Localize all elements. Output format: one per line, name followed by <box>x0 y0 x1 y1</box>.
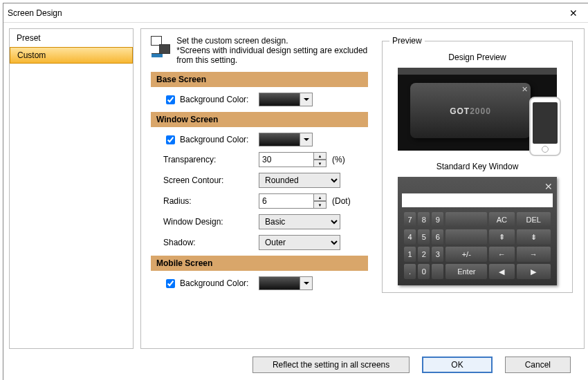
intro-row: Set the custom screen design. *Screens w… <box>151 36 368 65</box>
preview-window: ✕ GOT2000 <box>410 83 531 138</box>
titlebar: Screen Design ✕ <box>3 3 588 23</box>
settings-column: Set the custom screen design. *Screens w… <box>151 36 368 341</box>
window-bgcolor-picker[interactable] <box>259 133 313 146</box>
base-bgcolor-label[interactable]: Background Color: <box>163 93 253 106</box>
shadow-row: Shadow: Outer <box>163 235 368 250</box>
ok-button[interactable]: OK <box>422 357 492 373</box>
spin-down-icon[interactable]: ▼ <box>314 160 327 167</box>
intro-text: Set the custom screen design. *Screens w… <box>176 36 368 65</box>
base-bgcolor-picker[interactable] <box>259 93 313 106</box>
window-design-row: Window Design: Basic <box>163 214 368 229</box>
mobile-bgcolor-picker[interactable] <box>259 276 313 290</box>
chevron-down-icon[interactable] <box>300 93 313 106</box>
contour-row: Screen Contour: Rounded <box>163 173 368 188</box>
preview-column: Preview Design Preview ✕ GOT2000 Standar… <box>380 36 574 341</box>
design-icon <box>151 36 169 58</box>
base-bgcolor-checkbox[interactable] <box>166 95 175 104</box>
window-title: Screen Design <box>8 8 561 18</box>
reflect-button[interactable]: Reflect the setting in all screens <box>252 357 410 373</box>
spin-up-icon[interactable]: ▲ <box>314 152 327 160</box>
chevron-down-icon[interactable] <box>300 276 313 290</box>
window-design-select[interactable]: Basic <box>259 214 340 229</box>
preview-group: Preview Design Preview ✕ GOT2000 Standar… <box>382 36 573 293</box>
phone-icon <box>529 97 561 156</box>
mobile-bgcolor-checkbox[interactable] <box>166 279 175 288</box>
transparency-row: Transparency: ▲▼ (%) <box>163 152 368 167</box>
keypad-preview: ✕ 789ACDEL 456⇞⇟ 123+/-←→ .0Enter◀▶ <box>398 177 557 285</box>
transparency-input[interactable] <box>259 152 314 167</box>
main-panel: Set the custom screen design. *Screens w… <box>140 28 585 349</box>
window-bgcolor-label[interactable]: Background Color: <box>163 133 253 146</box>
close-icon[interactable]: ✕ <box>561 8 586 19</box>
mobile-screen-header: Mobile Screen <box>151 256 368 271</box>
radius-label: Radius: <box>163 196 253 206</box>
contour-label: Screen Contour: <box>163 175 253 185</box>
mobile-bgcolor-row: Background Color: <box>163 276 368 290</box>
spin-down-icon[interactable]: ▼ <box>314 201 327 209</box>
shadow-label: Shadow: <box>163 238 253 247</box>
keypad-display <box>402 193 553 207</box>
preset-sidebar: Preset Custom <box>9 28 134 349</box>
sidebar-item-custom[interactable]: Custom <box>10 47 133 64</box>
spin-up-icon[interactable]: ▲ <box>314 193 327 201</box>
window-bgcolor-row: Background Color: <box>163 133 368 146</box>
design-preview: ✕ GOT2000 <box>398 68 557 151</box>
color-swatch <box>259 133 300 146</box>
button-bar: Reflect the setting in all screens OK Ca… <box>3 354 588 380</box>
radius-unit: (Dot) <box>332 196 351 206</box>
cancel-button[interactable]: Cancel <box>505 357 571 373</box>
chevron-down-icon[interactable] <box>300 133 313 146</box>
window-screen-header: Window Screen <box>151 112 368 127</box>
close-icon: ✕ <box>522 85 528 94</box>
design-preview-title: Design Preview <box>389 53 565 62</box>
base-bgcolor-row: Background Color: <box>163 93 368 106</box>
screen-design-dialog: Screen Design ✕ Preset Custom Set the cu… <box>3 3 588 380</box>
color-swatch <box>259 276 300 290</box>
contour-select[interactable]: Rounded <box>259 173 340 188</box>
radius-input[interactable] <box>259 193 314 209</box>
window-design-label: Window Design: <box>163 217 253 227</box>
dialog-body: Preset Custom Set the custom screen desi… <box>3 23 588 354</box>
radius-spinner[interactable]: ▲▼ <box>259 193 327 209</box>
window-bgcolor-checkbox[interactable] <box>166 135 175 144</box>
preview-logo: GOT2000 <box>450 105 491 116</box>
color-swatch <box>259 93 300 106</box>
transparency-unit: (%) <box>332 155 345 164</box>
keypad-keys: 789ACDEL 456⇞⇟ 123+/-←→ .0Enter◀▶ <box>402 210 553 281</box>
keywindow-title: Standard Key Window <box>389 162 565 171</box>
base-screen-header: Base Screen <box>151 72 368 87</box>
transparency-label: Transparency: <box>163 155 253 164</box>
preview-legend: Preview <box>389 36 425 46</box>
transparency-spinner[interactable]: ▲▼ <box>259 152 327 167</box>
radius-row: Radius: ▲▼ (Dot) <box>163 193 368 209</box>
mobile-bgcolor-label[interactable]: Background Color: <box>163 277 253 290</box>
sidebar-header: Preset <box>10 29 133 47</box>
shadow-select[interactable]: Outer <box>259 235 340 250</box>
close-icon: ✕ <box>402 181 553 193</box>
